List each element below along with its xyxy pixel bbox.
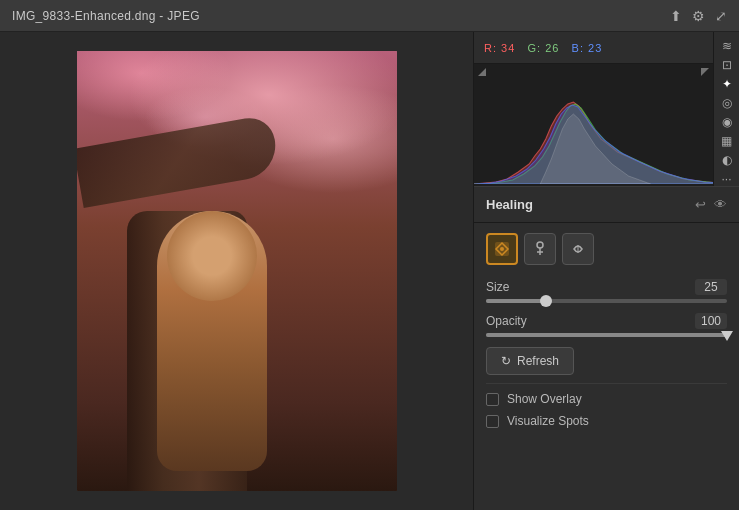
size-slider-row: Size 25 [486,279,727,303]
clone-stamp-button[interactable] [524,233,556,265]
healing-tool-buttons [486,233,727,265]
export-icon[interactable]: ⬆ [670,8,682,24]
opacity-value: 100 [695,313,727,329]
visualize-spots-label: Visualize Spots [507,414,589,428]
tools-sidebar: ≋ ⊡ ✦ ◎ ◉ ▦ ◐ ··· [713,32,739,186]
settings-icon[interactable]: ⚙ [692,8,705,24]
refresh-button[interactable]: ↻ Refresh [486,347,574,375]
opacity-slider-fill [486,333,727,337]
image-panel [0,32,473,510]
opacity-label-row: Opacity 100 [486,313,727,329]
tool-healing[interactable]: ✦ [716,76,738,91]
svg-point-3 [537,242,543,248]
tool-filter[interactable]: ◎ [716,95,738,110]
svg-point-2 [500,247,504,251]
show-overlay-checkbox[interactable] [486,393,499,406]
visualize-spots-row[interactable]: Visualize Spots [486,414,727,428]
size-slider-thumb[interactable] [540,295,552,307]
size-slider-track[interactable] [486,299,727,303]
size-slider-fill [486,299,546,303]
healing-panel-header: Healing ↩ 👁 [474,187,739,223]
person-figure [157,211,267,471]
refresh-icon: ↻ [501,354,511,368]
tool-layers[interactable]: ▦ [716,133,738,148]
title-bar: IMG_9833-Enhanced.dng - JPEG ⬆ ⚙ ⤢ [0,0,739,32]
visualize-spots-checkbox[interactable] [486,415,499,428]
r-value: 34 [501,42,515,54]
size-label: Size [486,280,509,294]
healing-title: Healing [486,197,533,212]
show-overlay-label: Show Overlay [507,392,582,406]
divider [486,383,727,384]
expand-icon[interactable]: ⤢ [715,8,727,24]
right-panel: R: 34 G: 26 B: 23 [473,32,739,510]
refresh-label: Refresh [517,354,559,368]
filename: IMG_9833-Enhanced.dng [12,9,156,23]
tool-eye[interactable]: ◉ [716,114,738,129]
opacity-label: Opacity [486,314,527,328]
window-title: IMG_9833-Enhanced.dng - JPEG [12,9,200,23]
photo-canvas[interactable] [77,51,397,491]
opacity-slider-thumb[interactable] [721,331,733,341]
opacity-slider-row: Opacity 100 [486,313,727,337]
show-overlay-row[interactable]: Show Overlay [486,392,727,406]
r-label: R: [484,42,497,54]
healing-panel-content: Size 25 Opacity 100 [474,223,739,446]
tool-more[interactable]: ··· [716,171,738,186]
patch-button[interactable] [562,233,594,265]
opacity-slider-track[interactable] [486,333,727,337]
histogram-area: R: 34 G: 26 B: 23 [474,32,739,187]
heal-brush-button[interactable] [486,233,518,265]
main-layout: R: 34 G: 26 B: 23 [0,32,739,510]
undo-icon[interactable]: ↩ [695,197,706,212]
tool-circle[interactable]: ◐ [716,152,738,167]
separator: - [156,9,168,23]
file-format: JPEG [167,9,200,23]
visibility-icon[interactable]: 👁 [714,197,727,212]
size-label-row: Size 25 [486,279,727,295]
rgb-values: R: 34 G: 26 B: 23 [484,42,602,54]
healing-panel: Healing ↩ 👁 [474,187,739,510]
g-label: G: [527,42,541,54]
b-label: B: [572,42,584,54]
size-value: 25 [695,279,727,295]
histogram-svg [474,64,739,184]
histogram-graph [474,64,739,184]
histogram-header: R: 34 G: 26 B: 23 [474,32,739,64]
tool-tune[interactable]: ≋ [716,38,738,53]
g-value: 26 [545,42,559,54]
b-value: 23 [588,42,602,54]
panel-header-icons: ↩ 👁 [695,197,727,212]
title-bar-actions: ⬆ ⚙ ⤢ [670,8,727,24]
tool-crop[interactable]: ⊡ [716,57,738,72]
